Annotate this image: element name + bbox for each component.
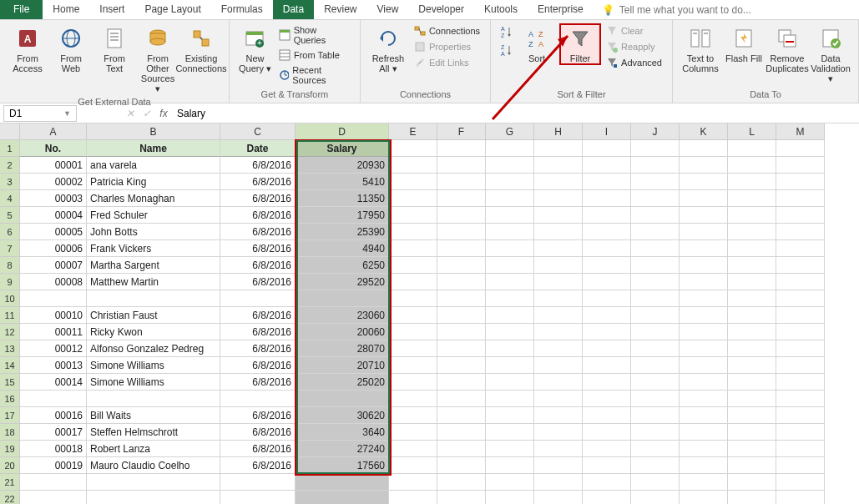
cell-K2[interactable] bbox=[680, 157, 728, 174]
cell-G7[interactable] bbox=[486, 240, 534, 257]
cell-H5[interactable] bbox=[534, 207, 583, 224]
cell-E16[interactable] bbox=[389, 391, 437, 407]
cell-D9[interactable]: 29520 bbox=[296, 274, 389, 290]
reapply-button[interactable]: Reapply bbox=[603, 39, 665, 54]
column-header-J[interactable]: J bbox=[631, 123, 680, 140]
cell-A8[interactable]: 00007 bbox=[20, 257, 87, 274]
text-to-columns-button[interactable]: Text to Columns bbox=[680, 23, 721, 75]
cell-E7[interactable] bbox=[389, 240, 437, 257]
row-header-6[interactable]: 6 bbox=[0, 224, 20, 240]
enter-formula-button[interactable]: ✓ bbox=[139, 105, 155, 122]
cell-E19[interactable] bbox=[389, 441, 437, 457]
cell-G14[interactable] bbox=[486, 357, 534, 374]
cell-F7[interactable] bbox=[437, 240, 486, 257]
cell-G11[interactable] bbox=[486, 307, 534, 324]
cell-I1[interactable] bbox=[583, 140, 631, 157]
cell-A10[interactable] bbox=[20, 290, 87, 307]
cell-K16[interactable] bbox=[680, 391, 728, 407]
cell-A20[interactable]: 00019 bbox=[20, 457, 87, 474]
cell-I22[interactable] bbox=[583, 491, 631, 504]
cell-B9[interactable]: Matthew Martin bbox=[87, 274, 220, 290]
cell-F12[interactable] bbox=[437, 324, 486, 340]
cell-E14[interactable] bbox=[389, 357, 437, 374]
cell-D5[interactable]: 17950 bbox=[296, 207, 389, 224]
cell-L14[interactable] bbox=[728, 357, 776, 374]
cell-M5[interactable] bbox=[776, 207, 825, 224]
cell-C21[interactable] bbox=[220, 474, 296, 491]
cell-F20[interactable] bbox=[437, 457, 486, 474]
cell-C18[interactable]: 6/8/2016 bbox=[220, 424, 296, 441]
cell-G8[interactable] bbox=[486, 257, 534, 274]
tab-insert[interactable]: Insert bbox=[89, 0, 134, 19]
new-query-button[interactable]: + New Query ▾ bbox=[236, 23, 274, 75]
cell-E5[interactable] bbox=[389, 207, 437, 224]
cell-E11[interactable] bbox=[389, 307, 437, 324]
spreadsheet-grid[interactable]: ABCDEFGHIJKLM 1No.NameDateSalary200001an… bbox=[0, 123, 859, 504]
cell-L18[interactable] bbox=[728, 424, 776, 441]
cell-B14[interactable]: Simone Williams bbox=[87, 357, 220, 374]
cell-I6[interactable] bbox=[583, 224, 631, 240]
cell-K9[interactable] bbox=[680, 274, 728, 290]
cell-A3[interactable]: 00002 bbox=[20, 174, 87, 190]
cell-D11[interactable]: 23060 bbox=[296, 307, 389, 324]
tab-page-layout[interactable]: Page Layout bbox=[134, 0, 210, 19]
cell-E21[interactable] bbox=[389, 474, 437, 491]
connections-button[interactable]: Connections bbox=[411, 23, 483, 38]
cell-F11[interactable] bbox=[437, 307, 486, 324]
cell-M15[interactable] bbox=[776, 374, 825, 391]
cell-E6[interactable] bbox=[389, 224, 437, 240]
name-box[interactable]: D1 ▼ bbox=[3, 105, 77, 122]
cell-M2[interactable] bbox=[776, 157, 825, 174]
row-header-22[interactable]: 22 bbox=[0, 491, 20, 504]
cell-A11[interactable]: 00010 bbox=[20, 307, 87, 324]
cell-D18[interactable]: 3640 bbox=[296, 424, 389, 441]
cell-C2[interactable]: 6/8/2016 bbox=[220, 157, 296, 174]
cell-G18[interactable] bbox=[486, 424, 534, 441]
cell-C6[interactable]: 6/8/2016 bbox=[220, 224, 296, 240]
cell-B6[interactable]: John Botts bbox=[87, 224, 220, 240]
cell-L21[interactable] bbox=[728, 474, 776, 491]
cell-B4[interactable]: Charles Monaghan bbox=[87, 190, 220, 207]
cell-M9[interactable] bbox=[776, 274, 825, 290]
cell-M8[interactable] bbox=[776, 257, 825, 274]
cell-H3[interactable] bbox=[534, 174, 583, 190]
cell-H4[interactable] bbox=[534, 190, 583, 207]
cell-K8[interactable] bbox=[680, 257, 728, 274]
cell-J8[interactable] bbox=[631, 257, 680, 274]
cell-D7[interactable]: 4940 bbox=[296, 240, 389, 257]
column-header-C[interactable]: C bbox=[220, 123, 296, 140]
formula-input[interactable] bbox=[172, 105, 859, 122]
cell-B20[interactable]: Mauro Claudio Coelho bbox=[87, 457, 220, 474]
cell-D15[interactable]: 25020 bbox=[296, 374, 389, 391]
cell-L20[interactable] bbox=[728, 457, 776, 474]
cell-F3[interactable] bbox=[437, 174, 486, 190]
cell-M19[interactable] bbox=[776, 441, 825, 457]
cell-M7[interactable] bbox=[776, 240, 825, 257]
cell-I2[interactable] bbox=[583, 157, 631, 174]
cell-H13[interactable] bbox=[534, 340, 583, 357]
flash-fill-button[interactable]: Flash Fill bbox=[723, 23, 765, 65]
cell-J13[interactable] bbox=[631, 340, 680, 357]
cell-J18[interactable] bbox=[631, 424, 680, 441]
cell-M12[interactable] bbox=[776, 324, 825, 340]
cell-L13[interactable] bbox=[728, 340, 776, 357]
column-header-B[interactable]: B bbox=[87, 123, 220, 140]
cell-H20[interactable] bbox=[534, 457, 583, 474]
row-header-18[interactable]: 18 bbox=[0, 424, 20, 441]
cell-H9[interactable] bbox=[534, 274, 583, 290]
cell-J5[interactable] bbox=[631, 207, 680, 224]
cell-K7[interactable] bbox=[680, 240, 728, 257]
row-header-4[interactable]: 4 bbox=[0, 190, 20, 207]
cell-J15[interactable] bbox=[631, 374, 680, 391]
cell-K19[interactable] bbox=[680, 441, 728, 457]
sort-ascending-button[interactable]: AZ bbox=[498, 23, 514, 40]
cell-B11[interactable]: Christian Faust bbox=[87, 307, 220, 324]
cell-E8[interactable] bbox=[389, 257, 437, 274]
cell-J9[interactable] bbox=[631, 274, 680, 290]
cell-I21[interactable] bbox=[583, 474, 631, 491]
row-header-15[interactable]: 15 bbox=[0, 374, 20, 391]
cell-C10[interactable] bbox=[220, 290, 296, 307]
cell-D3[interactable]: 5410 bbox=[296, 174, 389, 190]
cell-K6[interactable] bbox=[680, 224, 728, 240]
cell-G13[interactable] bbox=[486, 340, 534, 357]
